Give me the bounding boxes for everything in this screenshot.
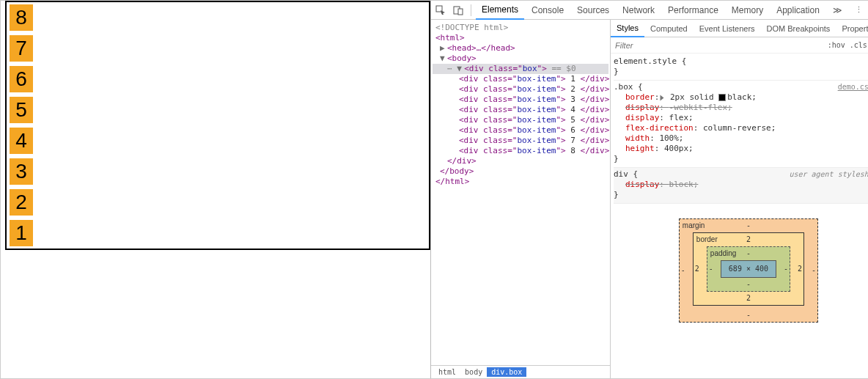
dom-node[interactable]: ▼<body> bbox=[433, 54, 608, 64]
device-toggle-icon[interactable] bbox=[450, 2, 466, 18]
source-link[interactable]: demo.css:3 bbox=[838, 82, 868, 92]
rule-div-ua[interactable]: user agent stylesheet div { display: blo… bbox=[614, 168, 868, 204]
flex-box-container: 1 2 3 4 5 6 7 8 bbox=[5, 1, 430, 250]
ua-stylesheet-label: user agent stylesheet bbox=[789, 169, 868, 180]
dom-tree[interactable]: <!DOCTYPE html> <html> ▶<head>…</head> ▼… bbox=[431, 20, 610, 365]
kebab-menu-icon[interactable]: ⋮ bbox=[851, 2, 867, 18]
tab-dom-breakpoints[interactable]: DOM Breakpoints bbox=[761, 20, 836, 37]
dom-node-selected[interactable]: ⋯ ▼<div class="box"> == $0 bbox=[433, 64, 608, 74]
crumb-divbox[interactable]: div.box bbox=[487, 367, 526, 377]
rendered-page-viewport: 1 2 3 4 5 6 7 8 bbox=[1, 1, 430, 378]
hov-toggle[interactable]: :hov bbox=[828, 41, 845, 49]
dom-node[interactable]: </div> bbox=[433, 156, 608, 166]
box-item: 8 bbox=[10, 4, 33, 31]
box-item: 5 bbox=[10, 97, 33, 123]
styles-filter-row: :hov .cls + bbox=[611, 37, 868, 54]
tab-performance[interactable]: Performance bbox=[662, 1, 724, 20]
screenshot-root: 1 2 3 4 5 6 7 8 Elements Console Sources… bbox=[0, 0, 868, 379]
dom-node[interactable]: <div class="box-item"> 4 </div> bbox=[433, 105, 608, 115]
box-model-border[interactable]: border 2 2 2 2 padding - - - bbox=[693, 232, 804, 306]
dom-node[interactable]: <div class="box-item"> 2 </div> bbox=[433, 84, 608, 95]
crumb-body[interactable]: body bbox=[460, 367, 487, 377]
elements-pane: <!DOCTYPE html> <html> ▶<head>…</head> ▼… bbox=[431, 20, 611, 378]
tab-network[interactable]: Network bbox=[617, 1, 661, 20]
dom-node[interactable]: <div class="box-item"> 3 </div> bbox=[433, 95, 608, 105]
dom-node[interactable]: <div class="box-item"> 5 </div> bbox=[433, 115, 608, 125]
box-model-content[interactable]: 689 × 400 bbox=[721, 260, 776, 278]
tab-event-listeners[interactable]: Event Listeners bbox=[694, 20, 761, 37]
box-item: 4 bbox=[10, 128, 33, 154]
box-model-padding[interactable]: padding - - - - 689 × 400 bbox=[707, 246, 790, 292]
styles-pane: Styles Computed Event Listeners DOM Brea… bbox=[611, 20, 868, 378]
tab-properties[interactable]: Properties bbox=[836, 20, 868, 37]
dom-node[interactable]: <html> bbox=[433, 33, 608, 43]
tab-memory[interactable]: Memory bbox=[726, 1, 769, 20]
crumb-html[interactable]: html bbox=[434, 367, 460, 377]
tab-elements[interactable]: Elements bbox=[476, 1, 524, 20]
tab-console[interactable]: Console bbox=[526, 1, 570, 20]
box-model-margin[interactable]: margin - - - - border 2 2 2 2 bbox=[679, 218, 818, 323]
tab-sources[interactable]: Sources bbox=[571, 1, 615, 20]
dom-node[interactable]: <div class="box-item"> 8 </div> bbox=[433, 146, 608, 156]
box-item: 3 bbox=[10, 158, 33, 185]
rule-element-style[interactable]: element.style { } bbox=[614, 55, 868, 81]
devtools-body: <!DOCTYPE html> <html> ▶<head>…</head> ▼… bbox=[431, 20, 868, 378]
styles-filter-input[interactable] bbox=[614, 40, 823, 51]
styles-tabbar: Styles Computed Event Listeners DOM Brea… bbox=[611, 20, 868, 37]
devtools-panel: Elements Console Sources Network Perform… bbox=[430, 1, 868, 378]
box-model-diagram: margin - - - - border 2 2 2 2 bbox=[614, 204, 868, 323]
tab-styles[interactable]: Styles bbox=[611, 20, 644, 37]
tab-more[interactable]: ≫ bbox=[827, 1, 848, 20]
cls-toggle[interactable]: .cls bbox=[850, 41, 867, 49]
dom-node[interactable]: ▶<head>…</head> bbox=[433, 43, 608, 54]
divider bbox=[471, 4, 471, 16]
tab-application[interactable]: Application bbox=[770, 1, 825, 20]
dom-node[interactable]: </html> bbox=[433, 177, 608, 187]
inspect-element-icon[interactable] bbox=[433, 2, 449, 18]
rule-box[interactable]: demo.css:3 .box { border: 2px solid blac… bbox=[614, 81, 868, 168]
dom-node[interactable]: <div class="box-item"> 1 </div> bbox=[433, 74, 608, 84]
box-item: 7 bbox=[10, 35, 33, 62]
style-rules: element.style { } demo.css:3 .box { bord… bbox=[611, 54, 868, 378]
svg-rect-2 bbox=[458, 9, 463, 15]
dom-node[interactable]: <div class="box-item"> 7 </div> bbox=[433, 136, 608, 146]
dom-node[interactable]: <!DOCTYPE html> bbox=[433, 23, 608, 33]
tab-computed[interactable]: Computed bbox=[644, 20, 694, 37]
dom-node[interactable]: </body> bbox=[433, 166, 608, 177]
box-item: 1 bbox=[10, 220, 33, 246]
box-item: 6 bbox=[10, 66, 33, 92]
dom-node[interactable]: <div class="box-item"> 6 </div> bbox=[433, 125, 608, 136]
devtools-tabbar: Elements Console Sources Network Perform… bbox=[431, 1, 868, 20]
color-swatch-icon[interactable] bbox=[718, 94, 726, 101]
breadcrumb: html body div.box bbox=[431, 365, 610, 378]
box-item: 2 bbox=[10, 189, 33, 216]
